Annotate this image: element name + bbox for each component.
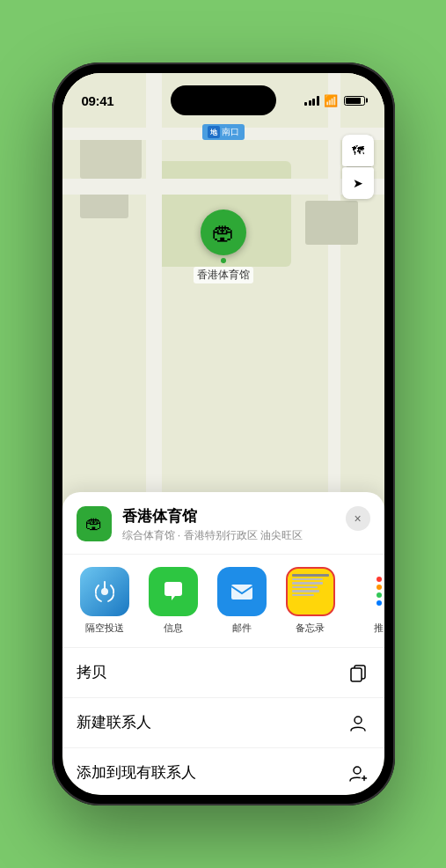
action-row-add-contact[interactable]: 添加到现有联系人 bbox=[62, 748, 384, 795]
stadium-icon: 🏟 bbox=[212, 219, 235, 246]
location-icon: ➤ bbox=[353, 176, 363, 190]
status-time: 09:41 bbox=[82, 93, 114, 108]
signal-icon bbox=[304, 96, 319, 106]
add-contact-label: 添加到现有联系人 bbox=[77, 762, 196, 783]
close-button[interactable]: × bbox=[346, 506, 370, 531]
dynamic-island bbox=[171, 85, 276, 115]
map-building-3 bbox=[305, 201, 358, 245]
map-area[interactable]: 地 南口 🗺 ➤ 🏟 香港体育馆 bbox=[62, 73, 384, 506]
add-contact-icon bbox=[346, 761, 370, 785]
svg-point-0 bbox=[101, 588, 108, 595]
location-button[interactable]: ➤ bbox=[342, 167, 374, 199]
map-layer-button[interactable]: 🗺 bbox=[342, 135, 374, 166]
action-row-copy[interactable]: 拷贝 bbox=[62, 648, 384, 698]
metro-icon: 地 bbox=[208, 126, 220, 138]
pin-circle: 🏟 bbox=[201, 210, 246, 255]
bottom-sheet: 🏟 香港体育馆 综合体育馆 · 香港特别行政区 油尖旺区 × bbox=[62, 492, 384, 795]
share-item-messages[interactable]: 信息 bbox=[142, 567, 205, 635]
venue-logo-icon: 🏟 bbox=[85, 513, 103, 533]
svg-point-5 bbox=[354, 767, 361, 774]
more-dots-icon bbox=[366, 567, 384, 616]
wifi-icon: 📶 bbox=[324, 94, 338, 107]
map-road-4 bbox=[328, 73, 340, 506]
pin-label: 香港体育馆 bbox=[194, 267, 253, 283]
map-building-1 bbox=[80, 135, 142, 179]
phone-frame: 09:41 📶 bbox=[52, 63, 395, 805]
venue-name: 香港体育馆 bbox=[122, 506, 335, 526]
messages-label: 信息 bbox=[164, 622, 183, 635]
venue-info: 香港体育馆 综合体育馆 · 香港特别行政区 油尖旺区 bbox=[122, 506, 335, 543]
copy-icon bbox=[346, 660, 370, 685]
share-row: 隔空投送 信息 bbox=[62, 555, 384, 648]
south-gate-label: 地 南口 bbox=[202, 124, 245, 140]
pin-dot bbox=[221, 258, 226, 263]
svg-rect-1 bbox=[231, 585, 252, 600]
south-gate-text: 南口 bbox=[222, 126, 239, 138]
airdrop-label: 隔空投送 bbox=[85, 622, 124, 635]
battery-icon bbox=[344, 96, 365, 106]
map-layer-icon: 🗺 bbox=[352, 143, 364, 158]
new-contact-label: 新建联系人 bbox=[77, 712, 151, 732]
airdrop-icon bbox=[80, 567, 129, 616]
close-icon: × bbox=[354, 511, 361, 526]
status-icons: 📶 bbox=[304, 94, 365, 107]
venue-logo: 🏟 bbox=[77, 506, 112, 541]
messages-icon bbox=[149, 567, 198, 616]
more-label: 推 bbox=[374, 622, 384, 635]
mail-icon bbox=[217, 567, 267, 616]
venue-header: 🏟 香港体育馆 综合体育馆 · 香港特别行政区 油尖旺区 × bbox=[62, 506, 384, 555]
share-item-more[interactable]: 推 bbox=[347, 567, 384, 635]
share-item-mail[interactable]: 邮件 bbox=[210, 567, 274, 635]
share-item-notes[interactable]: 备忘录 bbox=[279, 567, 342, 635]
location-pin[interactable]: 🏟 香港体育馆 bbox=[194, 210, 253, 283]
action-row-new-contact[interactable]: 新建联系人 bbox=[62, 698, 384, 748]
notes-label: 备忘录 bbox=[296, 622, 325, 635]
notes-icon bbox=[286, 567, 335, 616]
venue-desc: 综合体育馆 · 香港特别行政区 油尖旺区 bbox=[122, 528, 335, 543]
mail-label: 邮件 bbox=[232, 622, 252, 635]
svg-rect-3 bbox=[351, 668, 362, 681]
copy-label: 拷贝 bbox=[77, 662, 106, 682]
svg-point-4 bbox=[355, 717, 362, 724]
share-item-airdrop[interactable]: 隔空投送 bbox=[73, 567, 136, 635]
map-road-3 bbox=[146, 73, 162, 506]
new-contact-icon bbox=[346, 710, 370, 735]
map-controls: 🗺 ➤ bbox=[342, 135, 374, 199]
phone-screen: 09:41 📶 bbox=[62, 73, 384, 795]
